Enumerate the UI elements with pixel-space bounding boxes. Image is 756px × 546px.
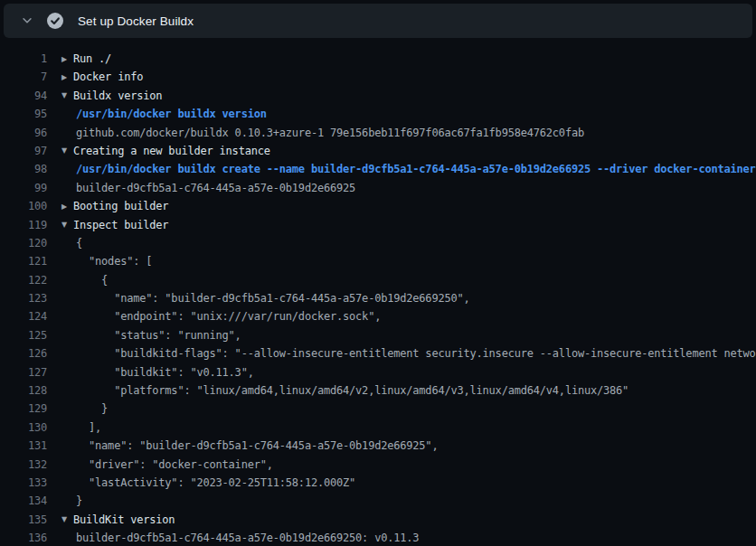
log-group-header[interactable]: ▼Inspect builder: [61, 216, 168, 234]
output-text: }: [61, 400, 108, 418]
log-line: 120{: [0, 234, 756, 252]
log-line: 97▼Creating a new builder instance: [0, 142, 756, 160]
line-number[interactable]: 124: [0, 307, 47, 325]
log-group-header[interactable]: ▶Run ./: [61, 50, 111, 68]
line-number[interactable]: 1: [0, 50, 47, 68]
output-text: "buildkitd-flags": "--allow-insecure-ent…: [61, 344, 756, 362]
line-number[interactable]: 98: [0, 160, 47, 178]
triangle-right-icon[interactable]: ▶: [61, 198, 73, 216]
collapse-step-button[interactable]: [14, 8, 40, 33]
line-number[interactable]: 130: [0, 419, 47, 437]
log-line: 130 ],: [0, 419, 756, 437]
line-number[interactable]: 127: [0, 363, 47, 381]
line-number[interactable]: 119: [0, 216, 47, 234]
group-title: BuildKit version: [73, 513, 175, 526]
output-text: "endpoint": "unix:///var/run/docker.sock…: [61, 307, 381, 325]
line-number[interactable]: 125: [0, 326, 47, 344]
line-number[interactable]: 97: [0, 142, 47, 160]
output-text: {: [61, 271, 108, 289]
log-line: 95/usr/bin/docker buildx version: [0, 105, 756, 123]
log-line: 126 "buildkitd-flags": "--allow-insecure…: [0, 344, 756, 362]
log-line: 96github.com/docker/buildx 0.10.3+azure-…: [0, 124, 756, 142]
output-text: "nodes": [: [61, 252, 152, 270]
log-line: 100▶Booting builder: [0, 197, 756, 215]
log-line: 98/usr/bin/docker buildx create --name b…: [0, 160, 756, 178]
line-number[interactable]: 121: [0, 252, 47, 270]
log-group-header[interactable]: ▶Booting builder: [61, 197, 168, 215]
line-number[interactable]: 94: [0, 87, 47, 105]
line-number[interactable]: 7: [0, 68, 47, 86]
log-line: 99builder-d9cfb5a1-c764-445a-a57e-0b19d2…: [0, 179, 756, 197]
line-number[interactable]: 136: [0, 529, 47, 546]
group-title: Docker info: [73, 71, 143, 83]
line-number[interactable]: 132: [0, 456, 47, 474]
line-number[interactable]: 122: [0, 271, 47, 289]
output-text: "buildkit": "v0.11.3",: [61, 363, 254, 381]
step-title: Set up Docker Buildx: [78, 14, 194, 28]
line-number[interactable]: 100: [0, 197, 47, 215]
output-text: "platforms": "linux/amd64,linux/amd64/v2…: [61, 381, 628, 400]
command-text: /usr/bin/docker buildx create --name bui…: [61, 160, 756, 178]
chevron-down-icon: [21, 14, 33, 27]
output-text: builder-d9cfb5a1-c764-445a-a57e-0b19d2e6…: [61, 179, 355, 197]
output-text: }: [61, 492, 82, 510]
line-number[interactable]: 95: [0, 105, 47, 123]
line-number[interactable]: 134: [0, 492, 47, 510]
log-line: 131 "name": "builder-d9cfb5a1-c764-445a-…: [0, 437, 756, 455]
triangle-down-icon[interactable]: ▼: [61, 87, 73, 105]
line-number[interactable]: 129: [0, 400, 47, 418]
output-text: builder-d9cfb5a1-c764-445a-a57e-0b19d2e6…: [61, 529, 419, 546]
group-title: Inspect builder: [73, 219, 168, 231]
triangle-down-icon[interactable]: ▼: [61, 216, 73, 234]
line-number[interactable]: 133: [0, 474, 47, 492]
line-number[interactable]: 96: [0, 124, 47, 142]
log-line: 135▼BuildKit version: [0, 511, 756, 529]
output-text: ],: [61, 419, 101, 437]
line-number[interactable]: 123: [0, 289, 47, 307]
log-line: 134}: [0, 492, 756, 510]
log-line: 133 "lastActivity": "2023-02-25T11:58:12…: [0, 474, 756, 492]
log-line: 123 "name": "builder-d9cfb5a1-c764-445a-…: [0, 289, 756, 307]
group-title: Buildx version: [73, 89, 162, 102]
log-line: 124 "endpoint": "unix:///var/run/docker.…: [0, 307, 756, 325]
line-number[interactable]: 131: [0, 437, 47, 455]
triangle-right-icon[interactable]: ▶: [61, 51, 73, 69]
step-header[interactable]: Set up Docker Buildx: [4, 4, 752, 38]
output-text: {: [61, 234, 82, 252]
line-number[interactable]: 99: [0, 179, 47, 197]
log-line: 132 "driver": "docker-container",: [0, 456, 756, 474]
group-title: Run ./: [73, 52, 111, 65]
command-text: /usr/bin/docker buildx version: [61, 105, 267, 123]
log-line: 122 {: [0, 271, 756, 289]
log-group-header[interactable]: ▼Creating a new builder instance: [61, 142, 270, 160]
log-line: 94▼Buildx version: [0, 87, 756, 105]
line-number[interactable]: 126: [0, 344, 47, 362]
triangle-right-icon[interactable]: ▶: [61, 69, 73, 87]
line-number[interactable]: 120: [0, 234, 47, 252]
line-number[interactable]: 135: [0, 511, 47, 529]
log-group-header[interactable]: ▼Buildx version: [61, 87, 162, 105]
log-line: 129 }: [0, 400, 756, 418]
triangle-down-icon[interactable]: ▼: [61, 511, 73, 529]
line-number[interactable]: 128: [0, 381, 47, 400]
log-group-header[interactable]: ▼BuildKit version: [61, 511, 175, 529]
output-text: "driver": "docker-container",: [61, 456, 273, 474]
step-status-badge: [43, 13, 67, 29]
triangle-down-icon[interactable]: ▼: [61, 142, 73, 160]
log-line: 125 "status": "running",: [0, 326, 756, 344]
output-text: "name": "builder-d9cfb5a1-c764-445a-a57e…: [61, 289, 470, 307]
output-text: "name": "builder-d9cfb5a1-c764-445a-a57e…: [61, 437, 438, 455]
group-title: Creating a new builder instance: [73, 145, 270, 157]
output-text: "lastActivity": "2023-02-25T11:58:12.000…: [61, 474, 355, 492]
log-line: 1▶Run ./: [0, 50, 756, 68]
check-circle-icon: [47, 13, 63, 29]
log-line: 119▼Inspect builder: [0, 216, 756, 234]
log: 1▶Run ./7▶Docker info94▼Buildx version95…: [0, 38, 756, 546]
log-line: 7▶Docker info: [0, 68, 756, 86]
log-line: 128 "platforms": "linux/amd64,linux/amd6…: [0, 381, 756, 400]
output-text: "status": "running",: [61, 326, 241, 344]
log-group-header[interactable]: ▶Docker info: [61, 68, 143, 86]
log-line: 136builder-d9cfb5a1-c764-445a-a57e-0b19d…: [0, 529, 756, 546]
log-line: 127 "buildkit": "v0.11.3",: [0, 363, 756, 381]
output-text: github.com/docker/buildx 0.10.3+azure-1 …: [61, 124, 584, 142]
